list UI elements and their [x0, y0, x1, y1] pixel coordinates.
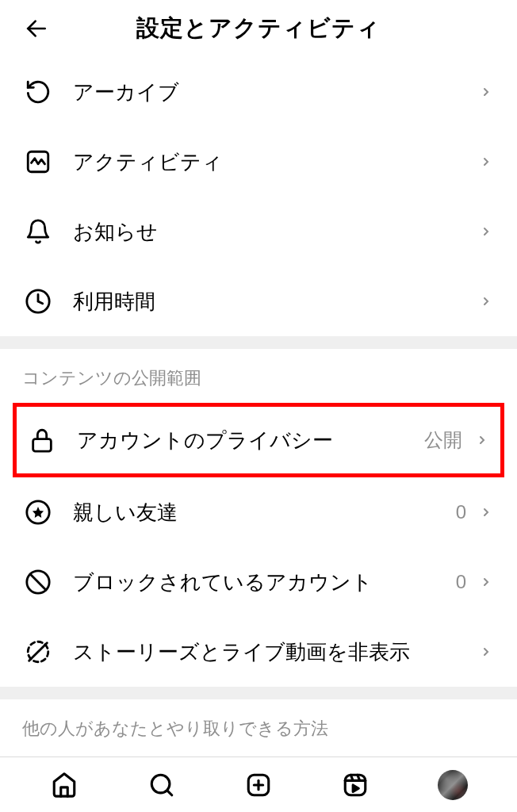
section-header-privacy: コンテンツの公開範囲	[0, 349, 517, 403]
chevron-right-icon	[477, 573, 495, 591]
section-activity: アーカイブ アクティビティ お知らせ	[0, 57, 517, 336]
reels-icon	[342, 772, 369, 799]
svg-marker-5	[33, 507, 44, 518]
chevron-right-icon	[477, 643, 495, 661]
section-divider	[0, 336, 517, 349]
menu-item-account-privacy[interactable]: アカウントのプライバシー 公開	[13, 403, 504, 477]
menu-item-notifications[interactable]: お知らせ	[0, 197, 517, 266]
chevron-right-icon	[477, 83, 495, 101]
chevron-right-icon	[477, 153, 495, 170]
menu-label: アクティビティ	[73, 148, 477, 176]
hide-icon	[22, 636, 54, 668]
header: 設定とアクティビティ	[0, 0, 517, 57]
menu-label: アーカイブ	[73, 79, 477, 106]
avatar-icon	[438, 770, 468, 800]
search-icon	[148, 772, 175, 799]
nav-profile[interactable]	[435, 768, 470, 802]
nav-home[interactable]	[47, 768, 82, 802]
archive-icon	[22, 76, 54, 108]
chevron-right-icon	[477, 223, 495, 240]
section-header-interactions: 他の人があなたとやり取りできる方法	[0, 699, 517, 753]
back-button[interactable]	[22, 14, 51, 43]
menu-label: お知らせ	[73, 218, 477, 246]
back-arrow-icon	[24, 16, 49, 41]
menu-item-close-friends[interactable]: 親しい友達 0	[0, 477, 517, 547]
bell-icon	[22, 216, 54, 247]
menu-item-activity[interactable]: アクティビティ	[0, 127, 517, 197]
menu-item-hide-stories[interactable]: ストーリーズとライブ動画を非表示	[0, 617, 517, 687]
nav-reels[interactable]	[338, 768, 373, 802]
star-icon	[22, 496, 54, 528]
page-title: 設定とアクティビティ	[51, 13, 466, 44]
menu-item-blocked-accounts[interactable]: ブロックされているアカウント 0	[0, 547, 517, 617]
section-divider	[0, 687, 517, 699]
activity-icon	[22, 146, 54, 178]
svg-marker-19	[354, 785, 359, 792]
menu-label: 親しい友達	[73, 499, 456, 527]
create-icon	[245, 772, 272, 799]
bottom-nav	[0, 756, 517, 812]
block-icon	[22, 566, 54, 598]
svg-line-7	[30, 574, 46, 590]
menu-value: 0	[456, 501, 466, 523]
menu-label: アカウントのプライバシー	[77, 427, 424, 454]
nav-create[interactable]	[241, 768, 276, 802]
svg-line-11	[167, 791, 172, 795]
menu-label: 利用時間	[73, 288, 477, 316]
menu-value: 0	[456, 571, 466, 593]
menu-item-archive[interactable]: アーカイブ	[0, 57, 517, 127]
clock-icon	[22, 285, 54, 317]
svg-rect-3	[33, 439, 52, 452]
nav-search[interactable]	[144, 768, 179, 802]
lock-icon	[26, 424, 58, 456]
chevron-right-icon	[473, 431, 491, 449]
menu-item-usage-time[interactable]: 利用時間	[0, 266, 517, 336]
menu-value: 公開	[424, 427, 462, 453]
chevron-right-icon	[477, 504, 495, 521]
menu-label: ストーリーズとライブ動画を非表示	[73, 638, 477, 666]
svg-line-9	[29, 643, 48, 661]
chevron-right-icon	[477, 293, 495, 310]
menu-label: ブロックされているアカウント	[73, 569, 456, 596]
home-icon	[51, 772, 78, 799]
section-privacy: アカウントのプライバシー 公開 親しい友達 0 ブロックされているアカウント 0	[0, 403, 517, 687]
